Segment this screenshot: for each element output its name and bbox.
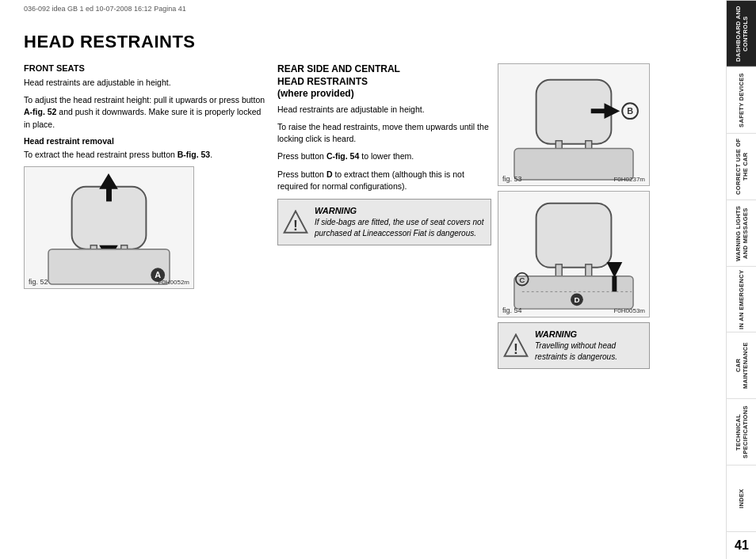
fig54-label: fig. 54: [502, 306, 522, 314]
head-restraint-removal-title: Head restraint removal: [24, 136, 269, 146]
fig52-label: fig. 52: [29, 278, 48, 286]
main-content: HEAD RESTRAINTS FRONT SEATS Head restrai…: [0, 0, 726, 559]
sidebar-item-index[interactable]: INDEX: [727, 465, 756, 531]
sidebar-item-dashboard-controls[interactable]: DASHBOARD AND CONTROLS: [727, 0, 756, 67]
right-warning-box: ! WARNING Travelling without head restra…: [498, 322, 650, 369]
center-warning-box: ! WARNING If side-bags are fitted, the u…: [277, 199, 491, 245]
fig52-code: F0H0052m: [158, 279, 189, 286]
fig53-box: B fig. 53 F0H0237m: [498, 63, 650, 186]
fig53-illustration: B: [498, 64, 649, 185]
page-title: HEAD RESTRAINTS: [24, 32, 718, 52]
right-warning-text: Travelling without head restraints is da…: [535, 340, 643, 363]
svg-text:!: !: [293, 217, 298, 233]
sidebar-item-correct-use[interactable]: CORRECT USE OF THE CAR: [727, 133, 756, 200]
rear-p3: Press button C-fig. 54 to lower them.: [277, 150, 491, 162]
svg-marker-24: [606, 262, 622, 278]
right-warning-triangle-icon: !: [503, 333, 529, 359]
rear-title: REAR SIDE AND CENTRAL HEAD RESTRAINTS (w…: [277, 63, 491, 101]
right-sidebar: DASHBOARD AND CONTROLS SAFETY DEVICES CO…: [726, 0, 756, 559]
fig54-illustration: C D: [498, 192, 649, 317]
fig52-box: A fig. 52 F0H0052m: [24, 166, 194, 289]
svg-rect-7: [48, 249, 170, 284]
svg-rect-25: [612, 276, 617, 292]
fig54-box: C D fig. 54 F0H0053m: [498, 191, 650, 318]
svg-rect-4: [106, 188, 112, 202]
svg-rect-17: [591, 108, 607, 113]
rear-p4: Press button D to extract them (although…: [277, 169, 491, 192]
right-column: B fig. 53 F0H0237m: [491, 63, 650, 551]
page-number: 41: [727, 531, 756, 559]
head-restraint-removal-p: To extract the head restraint press butt…: [24, 149, 269, 161]
sidebar-item-emergency[interactable]: IN AN EMERGENCY: [727, 266, 756, 333]
rear-p1: Head restraints are adjustable in height…: [277, 104, 491, 116]
front-seats-p1: Head restraints are adjustable in height…: [24, 77, 269, 89]
front-seats-title: FRONT SEATS: [24, 63, 269, 73]
sidebar-item-car-maintenance[interactable]: CAR MAINTENANCE: [727, 332, 756, 398]
sidebar-item-technical-specs[interactable]: TECHNICAL SPECIFICATIONS: [727, 398, 756, 465]
right-warning-title: WARNING: [535, 329, 643, 340]
svg-rect-20: [536, 203, 612, 268]
sidebar-item-safety-devices[interactable]: SAFETY DEVICES: [727, 67, 756, 133]
rear-p2: To raise the head restraints, move them …: [277, 121, 491, 145]
top-meta-bar: 036-092 idea GB 1 ed 10-07-2008 16:12 Pa…: [24, 5, 186, 13]
svg-text:D: D: [574, 295, 579, 304]
fig53-label: fig. 53: [502, 175, 522, 183]
svg-text:B: B: [627, 106, 633, 116]
sidebar-item-warning-lights[interactable]: WARNING LIGHTS AND MESSAGES: [727, 200, 756, 266]
svg-marker-3: [99, 173, 118, 189]
front-seats-p2: To adjust the head restraint height: pul…: [24, 94, 269, 131]
center-warning-text: If side-bags are fitted, the use of seat…: [315, 217, 484, 239]
svg-text:C: C: [519, 276, 525, 284]
page-container: 036-092 idea GB 1 ed 10-07-2008 16:12 Pa…: [0, 0, 756, 559]
fig52-illustration: A: [25, 167, 193, 288]
warning-triangle-icon: !: [283, 210, 308, 235]
center-warning-title: WARNING: [315, 205, 484, 217]
fig54-code: F0H0053m: [613, 307, 645, 314]
content-row: FRONT SEATS Head restraints are adjustab…: [24, 63, 718, 551]
left-column: FRONT SEATS Head restraints are adjustab…: [24, 63, 269, 551]
svg-text:!: !: [514, 340, 518, 356]
center-column: REAR SIDE AND CENTRAL HEAD RESTRAINTS (w…: [269, 63, 491, 551]
fig53-code: F0H0237m: [613, 176, 645, 183]
